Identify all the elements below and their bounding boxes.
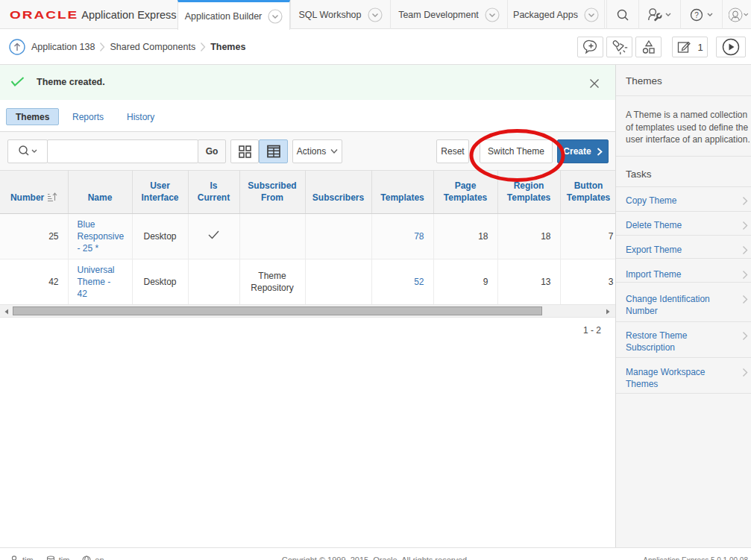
- svg-text:?: ?: [694, 11, 699, 19]
